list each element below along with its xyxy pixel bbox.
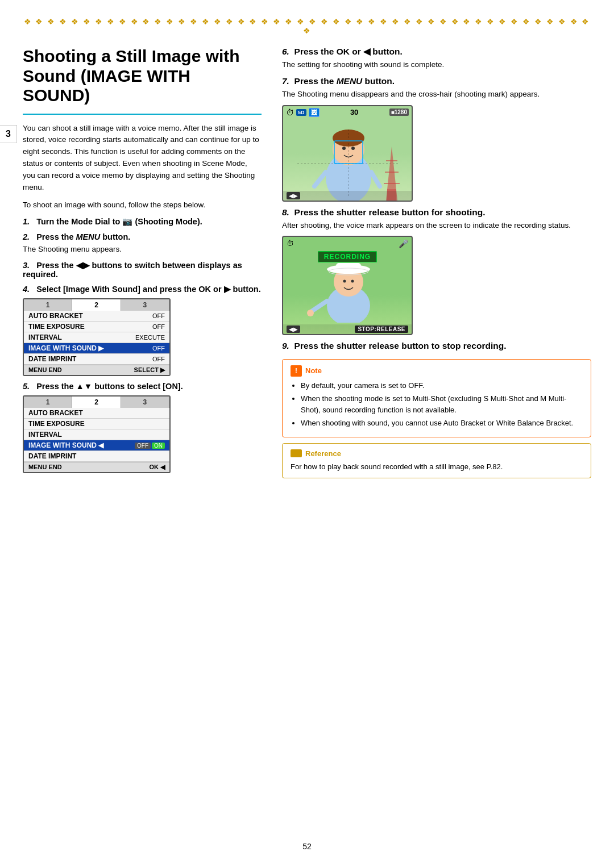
image-mode-icon: 🖼 (309, 108, 320, 117)
menu-row2-image-with-sound: IMAGE WITH SOUND ◀ OFF ON (24, 440, 169, 451)
note-item-3: When shooting with sound, you cannot use… (301, 418, 583, 429)
step-8-body: After shooting, the voice mark appears o… (282, 220, 591, 231)
page: ❖ ❖ ❖ ❖ ❖ ❖ ❖ ❖ ❖ ❖ ❖ ❖ ❖ ❖ ❖ ❖ ❖ ❖ ❖ ❖ … (0, 0, 614, 868)
menu-row-time-exposure: TIME EXPOSURE OFF (24, 322, 169, 332)
step-8-title: 8. Press the shutter release button for … (282, 207, 591, 218)
intro-paragraph: You can shoot a still image with a voice… (23, 123, 262, 194)
menu-row2-time-exposure: TIME EXPOSURE (24, 419, 169, 429)
step-5-title: 5. Press the ▲▼ buttons to select [ON]. (23, 382, 262, 391)
ref-text: For how to play back sound recorded with… (291, 461, 583, 473)
note-icon: ! (291, 365, 302, 377)
menu-row2-date-imprint: DATE IMPRINT (24, 451, 169, 462)
step-6-title: 6. Press the OK or ◀ button. (282, 47, 591, 57)
menu-screen-2: 1 2 3 AUTO BRACKET TIME EXPOSURE INTERVA… (23, 395, 171, 473)
timer-icon: ⏱ (286, 108, 294, 117)
svg-point-21 (351, 279, 354, 282)
step-5: 5. Press the ▲▼ buttons to select [ON]. … (23, 382, 262, 473)
page-number: 52 (0, 842, 614, 851)
shot-count: 30 (350, 108, 358, 116)
menu-footer-1: MENU END SELECT ▶ (24, 365, 169, 375)
note-list: By default, your camera is set to OFF. W… (301, 380, 583, 429)
rec-timer-icon: ⏱ (287, 239, 294, 248)
menu-tabs-1: 1 2 3 (24, 299, 169, 311)
menu-row2-auto-bracket: AUTO BRACKET (24, 408, 169, 419)
left-column: Shooting a Still Image with Sound (IMAGE… (23, 47, 262, 484)
rec-controls: ◀▶ (287, 326, 300, 333)
page-title: Shooting a Still Image with Sound (IMAGE… (23, 47, 262, 106)
step-3: 3. Press the ◀▶ buttons to switch betwee… (23, 261, 262, 279)
svg-rect-18 (336, 263, 361, 272)
right-column: 6. Press the OK or ◀ button. The setting… (282, 47, 591, 484)
ref-icon (291, 449, 302, 457)
menu-tab-2: 2 (72, 299, 121, 311)
step-2-body: The Shooting menu appears. (23, 244, 262, 255)
step-9: 9. Press the shutter release button to s… (282, 341, 591, 351)
chapter-marker: 3 (0, 125, 17, 143)
step-4: 4. Select [Image With Sound] and press t… (23, 285, 262, 376)
camera-screen-1: ⏱ 5D 🖼 30 ■1280 (282, 105, 413, 202)
stop-release-label: STOP:RELEASE (355, 326, 408, 333)
menu-footer-2: MENU END OK ◀ (24, 462, 169, 472)
step-6: 6. Press the OK or ◀ button. The setting… (282, 47, 591, 70)
top-border-dots: ❖ ❖ ❖ ❖ ❖ ❖ ❖ ❖ ❖ ❖ ❖ ❖ ❖ ❖ ❖ ❖ ❖ ❖ ❖ ❖ … (23, 17, 591, 35)
step-8: 8. Press the shutter release button for … (282, 207, 591, 335)
menu-row-interval: INTERVAL EXECUTE (24, 332, 169, 343)
menu-tab-2-3: 3 (121, 397, 169, 408)
note-text: By default, your camera is set to OFF. W… (291, 380, 583, 429)
step-1: 1. Turn the Mode Dial to 📷 (Shooting Mod… (23, 217, 262, 227)
note-header: ! Note (291, 365, 583, 377)
step-2-title: 2. Press the MENU button. (23, 232, 262, 241)
recording-screen: ⏱ 🎤 RECORDING (282, 236, 413, 335)
note-title: Note (305, 366, 322, 375)
svg-line-5 (314, 172, 326, 186)
reference-box: Reference For how to play back sound rec… (282, 443, 591, 479)
step-9-title: 9. Press the shutter release button to s… (282, 341, 591, 351)
mic-icon: 🎤 (399, 239, 408, 248)
svg-point-3 (342, 147, 346, 150)
menu-tabs-2: 1 2 3 (24, 397, 169, 408)
svg-point-23 (307, 310, 314, 316)
menu-tab-2-2: 2 (72, 397, 121, 408)
step-1-title: 1. Turn the Mode Dial to 📷 (Shooting Mod… (23, 217, 262, 227)
step-2: 2. Press the MENU button. The Shooting m… (23, 232, 262, 255)
5d-badge: 5D (296, 109, 306, 116)
menu-tab-2-1: 1 (24, 397, 72, 408)
ref-title: Reference (305, 449, 341, 458)
rec-lady-illustration (292, 260, 405, 323)
intro-paragraph-2: To shoot an image with sound, follow the… (23, 199, 262, 211)
svg-point-4 (351, 147, 355, 150)
menu-tab-3: 3 (121, 299, 169, 311)
step-3-title: 3. Press the ◀▶ buttons to switch betwee… (23, 261, 262, 279)
note-item-2: When the shooting mode is set to Multi-S… (301, 393, 583, 415)
svg-line-22 (312, 301, 327, 311)
battery-indicator: ■1280 (389, 108, 409, 116)
svg-point-20 (343, 279, 346, 282)
menu-row-auto-bracket: AUTO BRACKET OFF (24, 311, 169, 322)
step-7: 7. Press the MENU button. The Shooting m… (282, 76, 591, 201)
step-6-body: The setting for shooting with sound is c… (282, 59, 591, 70)
menu-row2-interval: INTERVAL (24, 429, 169, 440)
step-7-body: The Shooting menu disappears and the cro… (282, 89, 591, 100)
ref-header: Reference (291, 449, 583, 458)
step-7-title: 7. Press the MENU button. (282, 76, 591, 86)
menu-row-image-with-sound: IMAGE WITH SOUND ▶ OFF (24, 343, 169, 354)
menu-screen-1: 1 2 3 AUTO BRACKET OFF TIME EXPOSURE OFF… (23, 298, 171, 376)
screen1-topbar: ⏱ 5D 🖼 30 ■1280 (283, 106, 412, 119)
step-4-title: 4. Select [Image With Sound] and press t… (23, 285, 262, 294)
note-item-1: By default, your camera is set to OFF. (301, 380, 583, 391)
note-box: ! Note By default, your camera is set to… (282, 359, 591, 437)
menu-row-date-imprint: DATE IMPRINT OFF (24, 354, 169, 365)
screen1-controls: ◀▶ (287, 192, 300, 199)
menu-tab-1: 1 (24, 299, 72, 311)
